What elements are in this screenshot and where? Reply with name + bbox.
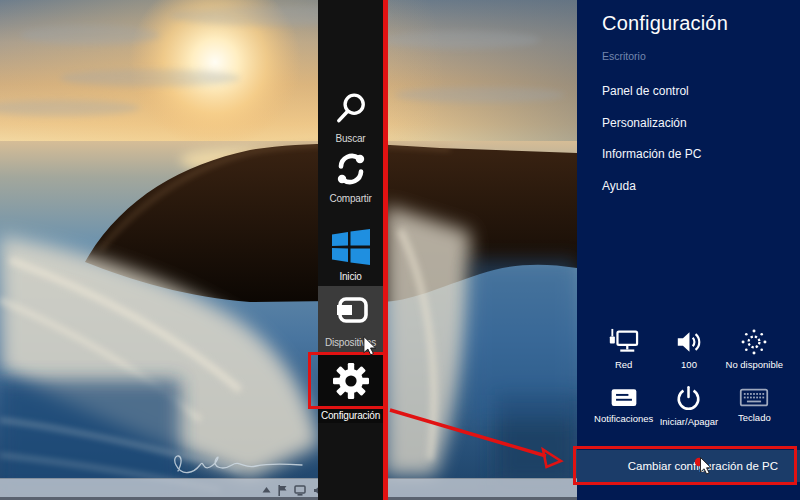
- mouse-cursor-dispositivos: [363, 336, 377, 356]
- tile-brillo[interactable]: No disponible: [722, 328, 787, 372]
- tile-teclado[interactable]: Teclado: [722, 386, 787, 430]
- flag-icon[interactable]: [278, 485, 287, 496]
- tile-iniciar-apagar[interactable]: Iniciar/Apagar: [656, 386, 721, 430]
- charm-label: Inicio: [318, 271, 383, 282]
- annotation-box-cambiar: [573, 446, 797, 485]
- charm-buscar[interactable]: Buscar: [318, 90, 383, 144]
- tile-label: 100: [681, 359, 697, 370]
- notifications-icon: [609, 386, 639, 410]
- windows-logo-icon: [332, 228, 370, 266]
- settings-panel: Configuración Escritorio Panel de contro…: [577, 0, 800, 500]
- chevron-up-icon[interactable]: [262, 486, 271, 494]
- panel-subtitle-escritorio: Escritorio: [602, 50, 646, 62]
- tile-label: Iniciar/Apagar: [660, 416, 719, 427]
- charm-label: Configuración: [318, 410, 383, 421]
- charm-compartir[interactable]: Compartir: [318, 150, 383, 204]
- link-ayuda[interactable]: Ayuda: [602, 179, 636, 193]
- charms-bar: Buscar Compartir I: [318, 0, 383, 500]
- search-icon: [332, 90, 370, 128]
- system-tray: [262, 482, 324, 498]
- quick-settings-grid: Red 100: [591, 328, 787, 430]
- tile-label: No disponible: [726, 359, 784, 370]
- volume-icon: [674, 328, 704, 356]
- keyboard-icon: [739, 386, 769, 409]
- share-icon: [332, 150, 370, 188]
- network-icon: [608, 328, 640, 356]
- link-panel-de-control[interactable]: Panel de control: [602, 84, 689, 98]
- charm-label: Compartir: [318, 193, 383, 204]
- tile-red[interactable]: Red: [591, 328, 656, 372]
- annotation-arrow: [380, 395, 580, 485]
- mouse-cursor-cambiar: [691, 455, 715, 479]
- tile-volumen[interactable]: 100: [656, 328, 721, 372]
- power-icon: [675, 386, 702, 413]
- tile-label: Teclado: [738, 412, 771, 423]
- charm-inicio[interactable]: Inicio: [318, 228, 383, 282]
- tile-notificaciones[interactable]: Notificaciones: [591, 386, 656, 430]
- devices-icon: [333, 294, 369, 328]
- panel-title: Configuración: [602, 12, 728, 35]
- windows8-desktop-screen: Buscar Compartir I: [0, 0, 800, 500]
- charm-label: Buscar: [318, 133, 383, 144]
- tile-label: Notificaciones: [594, 413, 653, 424]
- link-personalizacion[interactable]: Personalización: [602, 116, 687, 130]
- annotation-box-configuracion: [308, 352, 387, 409]
- brightness-icon: [739, 328, 769, 356]
- link-informacion-de-pc[interactable]: Información de PC: [602, 147, 701, 161]
- network-tray-icon[interactable]: [294, 485, 306, 496]
- tile-label: Red: [615, 359, 632, 370]
